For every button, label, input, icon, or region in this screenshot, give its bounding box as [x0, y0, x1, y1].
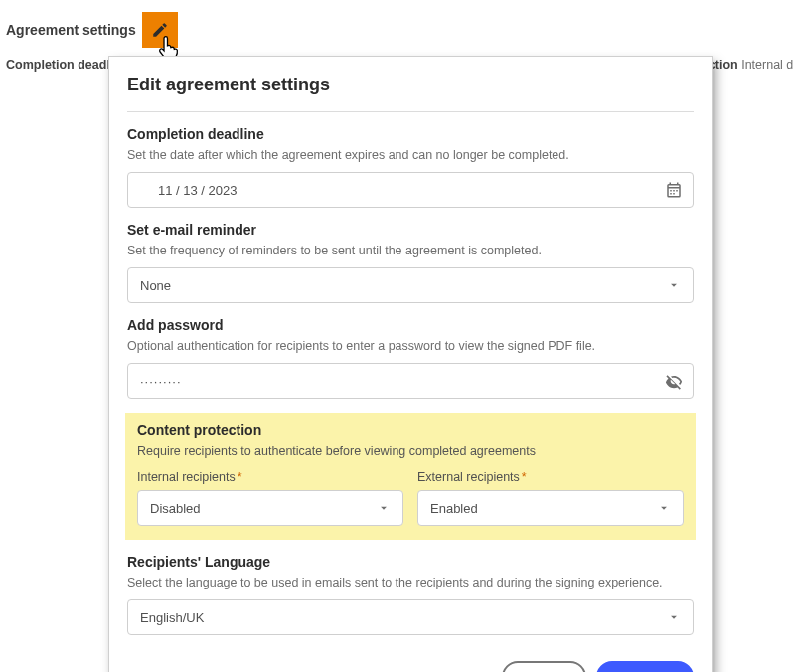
calendar-icon[interactable]: [663, 179, 685, 201]
completion-deadline-value: 11 / 13 / 2023: [158, 183, 238, 198]
content-protection-desc: Require recipients to authenticate befor…: [137, 444, 684, 458]
chevron-down-icon: [373, 497, 395, 519]
visibility-off-icon[interactable]: [663, 370, 685, 392]
chevron-down-icon: [653, 497, 675, 519]
chevron-down-icon: [663, 274, 685, 296]
password-value: ·········: [140, 374, 182, 389]
continue-button[interactable]: Continue: [596, 661, 695, 672]
password-desc: Optional authentication for recipients t…: [127, 339, 694, 353]
language-value: English/UK: [140, 610, 204, 625]
reminder-title: Set e-mail reminder: [127, 222, 694, 238]
language-desc: Select the language to be used in emails…: [127, 576, 694, 589]
internal-recipients-value: Disabled: [150, 501, 201, 516]
reminder-desc: Set the frequency of reminders to be sen…: [127, 244, 694, 257]
cancel-button[interactable]: Cancel: [502, 661, 585, 672]
reminder-value: None: [140, 278, 171, 293]
divider: [127, 111, 694, 112]
internal-recipients-label: Internal recipients*: [137, 470, 403, 484]
page-title: Agreement settings: [6, 22, 136, 38]
content-protection-title: Content protection: [137, 422, 684, 438]
password-title: Add password: [127, 317, 694, 333]
summary-content-value: Internal disabled & External enabled: [741, 58, 794, 72]
password-field[interactable]: ·········: [127, 363, 694, 399]
dialog-title: Edit agreement settings: [127, 75, 694, 95]
language-select[interactable]: English/UK: [127, 599, 694, 635]
edit-agreement-settings-button[interactable]: [142, 12, 178, 48]
completion-deadline-desc: Set the date after which the agreement e…: [127, 148, 694, 162]
content-protection-section: Content protection Require recipients to…: [125, 413, 696, 540]
chevron-down-icon: [663, 606, 685, 628]
language-title: Recipients' Language: [127, 554, 694, 570]
external-recipients-value: Enabled: [430, 501, 478, 516]
completion-deadline-title: Completion deadline: [127, 126, 694, 142]
internal-recipients-select[interactable]: Disabled: [137, 490, 403, 526]
reminder-select[interactable]: None: [127, 267, 694, 303]
external-recipients-label: External recipients*: [417, 470, 684, 484]
completion-deadline-field[interactable]: 11 / 13 / 2023: [127, 172, 694, 208]
external-recipients-select[interactable]: Enabled: [417, 490, 684, 526]
edit-agreement-settings-dialog: Edit agreement settings Completion deadl…: [108, 56, 713, 672]
